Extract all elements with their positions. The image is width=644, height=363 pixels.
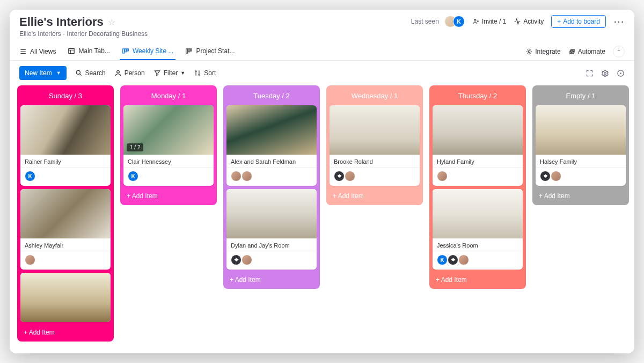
kanban-column: Monday / 11 / 2Clair HennesseyK+ Add Ite… [120, 85, 217, 205]
card-image [20, 273, 111, 322]
avatar-initial: K [453, 16, 465, 27]
star-icon[interactable]: ☆ [108, 17, 115, 27]
svg-point-8 [529, 50, 531, 53]
automate-label: Automate [578, 48, 605, 55]
card-title: Dylan and Jay's Room [226, 238, 317, 251]
card-assignees[interactable]: K [433, 251, 523, 270]
svg-rect-6 [188, 49, 190, 52]
svg-rect-5 [186, 49, 188, 53]
activity-icon [514, 18, 521, 25]
kanban-card[interactable]: Hyland Family [433, 105, 523, 186]
kanban-card[interactable]: Jessica's RoomK [433, 189, 523, 270]
automate-icon [568, 48, 576, 55]
kanban-card[interactable] [20, 273, 111, 322]
filter-button[interactable]: Filter ▼ [153, 69, 186, 77]
card-title: Rainer Family [20, 155, 111, 168]
card-title: Clair Hennessey [123, 155, 214, 168]
tab-view[interactable]: Weekly Site ... [120, 43, 175, 60]
assignee-avatar [25, 255, 35, 265]
card-assignees[interactable] [226, 168, 317, 186]
info-icon[interactable] [617, 69, 625, 77]
add-item-button[interactable]: + Add Item [330, 189, 420, 202]
org-icon [334, 171, 345, 182]
new-item-button[interactable]: New Item ▼ [19, 66, 67, 80]
fullscreen-icon[interactable] [586, 69, 594, 77]
invite-button[interactable]: Invite / 1 [472, 18, 506, 25]
more-menu-icon[interactable]: ⋯ [613, 15, 625, 28]
card-image [433, 189, 523, 238]
card-assignees[interactable] [330, 168, 420, 186]
filter-label: Filter [164, 69, 178, 77]
add-item-button[interactable]: + Add Item [20, 325, 111, 338]
card-assignees[interactable] [433, 168, 523, 186]
header: Ellie's Interiors ☆ Ellie's Interiors - … [10, 10, 634, 40]
kanban-board[interactable]: Sunday / 3Rainer FamilyKAshley Mayfair+ … [10, 85, 634, 353]
card-assignees[interactable]: K [123, 168, 214, 186]
kanban-card[interactable]: Ashley Mayfair [20, 189, 111, 270]
svg-point-13 [620, 72, 621, 74]
card-assignees[interactable] [226, 251, 317, 270]
column-header[interactable]: Thursday / 2 [433, 89, 523, 102]
assignee-avatar [241, 171, 252, 182]
column-header[interactable]: Empty / 1 [536, 89, 626, 102]
kanban-column: Thursday / 2Hyland FamilyJessica's RoomK… [429, 85, 526, 289]
card-image [226, 105, 317, 155]
card-assignees[interactable]: K [20, 168, 111, 186]
svg-point-9 [76, 70, 80, 74]
org-icon [231, 255, 241, 265]
column-header[interactable]: Wednesday / 1 [330, 89, 420, 102]
person-filter-button[interactable]: Person [114, 69, 145, 77]
search-button[interactable]: Search [75, 69, 106, 77]
column-header[interactable]: Tuesday / 2 [226, 89, 317, 102]
add-to-board-label: Add to board [563, 18, 600, 25]
kanban-card[interactable]: Rainer FamilyK [20, 105, 111, 186]
column-header[interactable]: Monday / 1 [123, 89, 214, 102]
view-icon [68, 47, 75, 55]
automate-button[interactable]: Automate [568, 43, 605, 60]
add-item-button[interactable]: + Add Item [433, 273, 523, 286]
collapse-header-button[interactable]: ⌃ [613, 46, 625, 57]
chevron-down-icon: ▼ [180, 70, 185, 76]
title-block: Ellie's Interiors ☆ Ellie's Interiors - … [19, 15, 148, 38]
tab-label: Project Stat... [196, 47, 235, 55]
kanban-card[interactable]: Halsey Family [536, 105, 626, 186]
board-app: Ellie's Interiors ☆ Ellie's Interiors - … [10, 10, 634, 353]
board-title: Ellie's Interiors [19, 15, 104, 29]
activity-label: Activity [523, 18, 544, 25]
integrate-button[interactable]: Integrate [525, 43, 560, 60]
sort-button[interactable]: Sort [194, 69, 216, 77]
views-tabs: All Views Main Tab...Weekly Site ...Proj… [10, 43, 634, 61]
chevron-up-icon: ⌃ [617, 49, 621, 55]
card-image: 1 / 2 [123, 105, 214, 155]
all-views-button[interactable]: All Views [19, 43, 56, 60]
column-header[interactable]: Sunday / 3 [20, 89, 111, 102]
tab-view[interactable]: Project Stat... [183, 43, 237, 60]
add-item-button[interactable]: + Add Item [226, 273, 317, 286]
card-image [20, 189, 111, 238]
last-seen-avatars[interactable]: K [447, 16, 465, 27]
integrate-label: Integrate [535, 48, 560, 55]
svg-rect-2 [123, 49, 125, 53]
card-assignees[interactable] [536, 168, 626, 186]
add-to-board-button[interactable]: + Add to board [551, 15, 606, 28]
kanban-card[interactable]: Dylan and Jay's Room [226, 189, 317, 270]
svg-point-10 [116, 70, 119, 73]
kanban-card[interactable]: 1 / 2Clair HennesseyK [123, 105, 214, 186]
view-icon [122, 47, 129, 55]
kanban-column: Tuesday / 2Alex and Sarah FeldmanDylan a… [223, 85, 320, 289]
settings-icon[interactable] [601, 69, 609, 77]
kanban-column: Empty / 1Halsey Family+ Add Item [532, 85, 629, 205]
invite-label: Invite / 1 [482, 18, 506, 25]
activity-button[interactable]: Activity [514, 18, 544, 25]
svg-point-11 [604, 72, 606, 74]
kanban-card[interactable]: Brooke Roland [330, 105, 420, 186]
kanban-card[interactable]: Alex and Sarah Feldman [226, 105, 317, 186]
sort-icon [194, 69, 201, 77]
card-assignees[interactable] [20, 251, 111, 270]
add-item-button[interactable]: + Add Item [536, 189, 626, 202]
tab-label: Main Tab... [78, 47, 109, 55]
tab-view[interactable]: Main Tab... [65, 43, 112, 60]
assignee-avatar [437, 171, 448, 182]
add-item-button[interactable]: + Add Item [123, 189, 214, 202]
header-actions: Last seen K Invite / 1 Activity + Add to… [411, 15, 625, 28]
